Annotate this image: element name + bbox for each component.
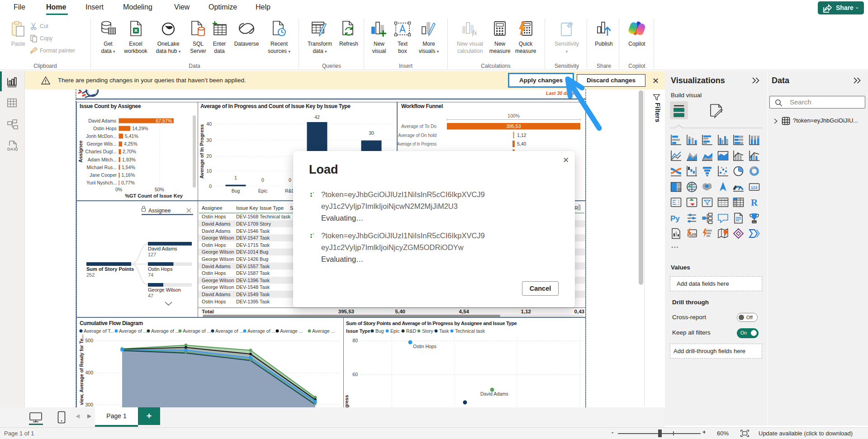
svg-text:fx: fx: [472, 29, 477, 36]
svg-text:R: R: [751, 197, 758, 208]
svg-text:Py: Py: [670, 214, 680, 223]
svg-text:DAX: DAX: [7, 146, 17, 151]
svg-text:123: 123: [751, 185, 757, 189]
